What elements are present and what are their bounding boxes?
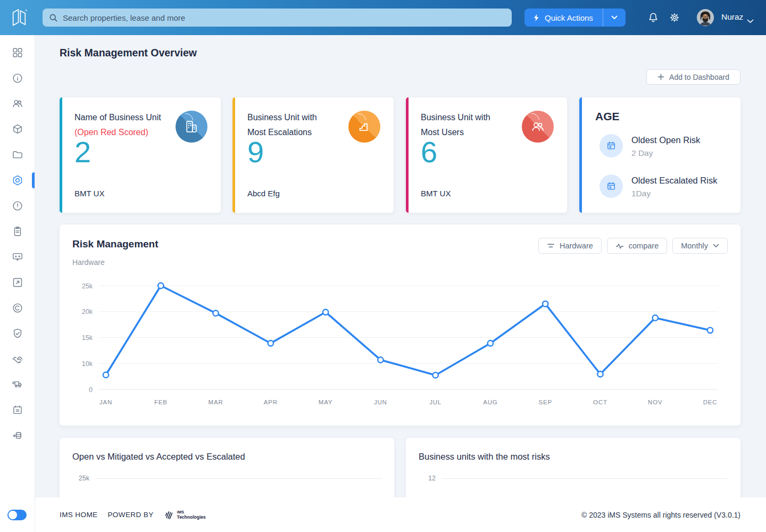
quick-actions-main[interactable]: Quick Actions: [524, 9, 603, 27]
building-icon: [176, 111, 207, 143]
sidebar-item-dashboard[interactable]: [0, 47, 35, 59]
svg-text:20k: 20k: [82, 308, 93, 315]
gear-icon: [669, 12, 680, 23]
ims-home-link[interactable]: IMS HOME: [60, 511, 97, 519]
handshake-icon: [12, 353, 23, 365]
users-icon: [12, 98, 23, 110]
credit-badge-icon: [12, 302, 23, 314]
sidebar-item-team[interactable]: [0, 98, 35, 110]
stat-card-open-red: Name of Business Unit (Open Red Scored) …: [60, 97, 221, 213]
logo-text-technologies: Technologies: [177, 514, 206, 520]
svg-text:JUN: JUN: [374, 399, 387, 405]
settings-gear-button[interactable]: [669, 12, 680, 23]
calendar-icon: [600, 134, 623, 157]
svg-text:SEP: SEP: [538, 399, 552, 405]
stat-card-unit: Abcd Efg: [247, 189, 280, 198]
logo-text-ims: iMS: [177, 510, 206, 514]
chart-title: Business units with the most risks: [419, 452, 550, 462]
card-accent-bar: [232, 97, 235, 213]
age-card-title: AGE: [595, 110, 620, 123]
age-item-value: 2 Day: [631, 148, 700, 158]
sidebar-item-alerts[interactable]: [0, 200, 35, 212]
svg-text:APR: APR: [264, 399, 278, 405]
sidebar-item-reviews[interactable]: [0, 251, 35, 263]
ims-technologies-logo[interactable]: iMS Technologies: [164, 510, 206, 520]
user-name[interactable]: Nuraz: [721, 12, 743, 22]
sidebar-item-compliance[interactable]: [0, 328, 35, 339]
footer: IMS HOME POWERD BY iMS Technologies © 20…: [35, 497, 766, 532]
external-link-icon: [12, 277, 23, 288]
svg-text:25k: 25k: [82, 282, 93, 290]
bell-icon: [647, 12, 659, 23]
sidebar-item-assets[interactable]: [0, 123, 35, 135]
app-root: Quick Actions: [0, 0, 766, 532]
alert-badge-icon: [12, 200, 23, 212]
stat-card-value: 9: [247, 135, 264, 170]
svg-text:0: 0: [89, 386, 93, 394]
search-bar[interactable]: [43, 9, 512, 27]
users-icon: [522, 111, 554, 143]
sidebar-item-risk[interactable]: [0, 174, 35, 186]
quick-actions-label: Quick Actions: [545, 13, 593, 22]
svg-text:MAR: MAR: [209, 399, 223, 405]
gridline: [442, 478, 728, 479]
svg-text:15k: 15k: [82, 334, 93, 342]
quick-actions-caret-button[interactable]: [603, 9, 626, 27]
theme-toggle[interactable]: [7, 510, 27, 520]
hexagon-risk-icon: [12, 174, 23, 186]
age-item-value: 1Day: [631, 189, 717, 198]
age-row-escalated: Oldest Escalated Risk 1Day: [600, 174, 717, 198]
ims-logo-icon: [164, 510, 174, 520]
svg-text:NOV: NOV: [648, 399, 662, 405]
sidebar-item-partners[interactable]: [0, 353, 35, 365]
lightning-icon: [533, 14, 540, 22]
sidebar-item-data-import[interactable]: [0, 430, 35, 442]
chevron-down-icon: [611, 15, 618, 20]
notifications-bell-button[interactable]: [647, 12, 659, 23]
card-accent-bar: [579, 97, 582, 213]
avatar-photo: [697, 9, 714, 26]
sidebar-item-logistics[interactable]: [0, 379, 35, 390]
svg-text:JUL: JUL: [429, 399, 442, 405]
sidebar-item-documents[interactable]: [0, 149, 35, 161]
age-item-label: Oldest Open Risk: [631, 134, 700, 146]
age-row-open: Oldest Open Risk 2 Day: [600, 134, 700, 158]
chart-title: Open vs Mitigated vs Accepted vs Escalat…: [72, 452, 245, 462]
card-accent-bar: [60, 97, 62, 213]
database-import-icon: [12, 430, 23, 442]
svg-text:DEC: DEC: [703, 399, 718, 405]
stat-card-title: Business Unit with: [421, 110, 490, 125]
svg-text:JAN: JAN: [99, 399, 112, 405]
sidebar-item-calendar[interactable]: [0, 404, 35, 416]
shield-check-icon: [12, 328, 23, 339]
user-menu-caret[interactable]: [747, 16, 754, 26]
calendar-icon: [12, 404, 23, 416]
stat-card-most-escalations: Business Unit with Most Escalations 9 Ab…: [232, 97, 394, 213]
age-card: AGE Oldest Open Risk 2 Day Oldest Escala…: [579, 97, 740, 213]
powered-by-label: POWERD BY: [107, 511, 153, 519]
sidebar: [0, 35, 35, 532]
info-icon: [12, 72, 23, 84]
app-logo-icon[interactable]: [9, 6, 29, 29]
sidebar-item-tasks[interactable]: [0, 226, 35, 237]
sidebar-item-credits[interactable]: [0, 302, 35, 314]
dashboard-grid-icon: [12, 47, 23, 59]
clipboard-icon: [12, 226, 23, 237]
sidebar-item-external-link[interactable]: [0, 277, 35, 288]
stat-card-value: 6: [421, 135, 437, 170]
svg-text:OCT: OCT: [593, 399, 607, 405]
stairs-icon: [348, 111, 380, 143]
quick-actions-button[interactable]: Quick Actions: [524, 9, 626, 27]
sidebar-item-info[interactable]: [0, 72, 35, 84]
toggle-knob: [9, 511, 17, 519]
stat-card-most-users: Business Unit with Most Users 6 BMT UX: [406, 97, 567, 213]
add-to-dashboard-button[interactable]: Add to Dashboard: [646, 69, 740, 85]
cube-icon: [12, 123, 23, 135]
search-input[interactable]: [63, 13, 505, 22]
y-axis-tick: 12: [419, 475, 436, 482]
svg-text:MAY: MAY: [319, 399, 332, 405]
user-avatar[interactable]: [697, 9, 714, 26]
gridline: [96, 478, 381, 479]
chevron-down-icon: [747, 19, 754, 23]
topbar: Quick Actions: [0, 0, 766, 35]
